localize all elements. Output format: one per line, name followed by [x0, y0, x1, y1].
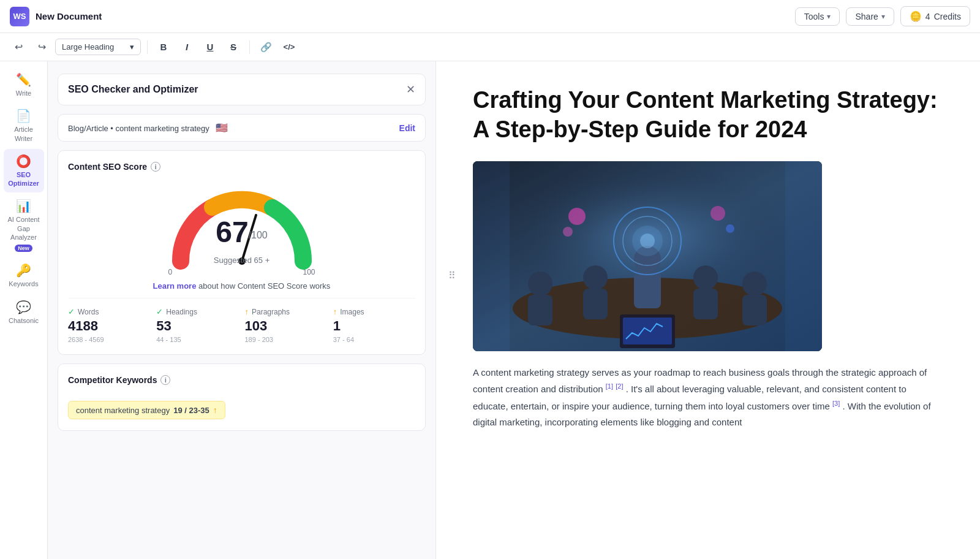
meta-edit-link[interactable]: Edit: [399, 123, 415, 133]
toolbar-divider: [147, 40, 148, 54]
sidebar-label-write: Write: [16, 89, 31, 97]
undo-button[interactable]: ↩: [9, 37, 28, 57]
seo-score-card: Content SEO Score i: [58, 150, 426, 355]
share-chevron-icon: ▾: [881, 12, 885, 21]
images-range: 37 - 64: [333, 336, 415, 343]
doc-image: [473, 161, 822, 351]
sidebar-item-ai-content[interactable]: 📊 AI Content Gap Analyzer New: [4, 194, 44, 257]
headings-range: 44 - 135: [156, 336, 238, 343]
sidebar-item-write[interactable]: ✏️ Write: [4, 67, 44, 102]
svg-point-7: [583, 265, 608, 290]
stat-paragraphs: ↑ Paragraphs 103 189 - 203: [245, 307, 327, 343]
chatsonic-icon: 💬: [16, 300, 31, 314]
stats-row: ✓ Words 4188 2638 - 4569 ✓ Headings 53 4…: [68, 298, 415, 343]
sidebar-item-keywords[interactable]: 🔑 Keywords: [4, 258, 44, 293]
topbar-right: Tools ▾ Share ▾ 🪙 4 Credits: [795, 6, 970, 26]
svg-rect-10: [693, 289, 718, 319]
app-title: New Document: [36, 11, 102, 21]
toolbar: ↩ ↪ Large Heading ▾ B I U S 🔗 </>: [0, 33, 980, 61]
gauge-outof: /100: [249, 230, 268, 240]
doc-image-placeholder: [473, 161, 822, 351]
panel-close-button[interactable]: ✕: [406, 83, 415, 96]
learn-more-link[interactable]: Learn more: [153, 281, 197, 291]
gauge-suggested: Suggested 65 +: [162, 254, 322, 265]
app-logo: WS: [10, 7, 29, 26]
topbar-left: WS New Document: [10, 7, 102, 26]
bold-button[interactable]: B: [154, 37, 173, 57]
headings-value: 53: [156, 318, 238, 334]
competitor-keywords-title: Competitor Keywords i: [68, 375, 415, 385]
words-range: 2638 - 4569: [68, 336, 150, 343]
article-writer-icon: 📄: [16, 108, 31, 123]
sidebar-label-chatsonic: Chatsonic: [9, 316, 39, 325]
meta-text: Blog/Article • content marketing strateg…: [68, 124, 209, 133]
doc-title: Crafting Your Content Marketing Strategy…: [473, 86, 943, 144]
panel-meta-bar: Blog/Article • content marketing strateg…: [58, 114, 426, 142]
svg-point-21: [710, 206, 725, 221]
underline-button[interactable]: U: [200, 37, 220, 57]
style-chevron-icon: ▾: [130, 42, 134, 51]
sidebar: ✏️ Write 📄 Article Writer ⭕ SEO Optimize…: [0, 61, 48, 559]
share-button[interactable]: Share ▾: [846, 7, 894, 26]
svg-rect-14: [634, 272, 661, 308]
keyword-chip: content marketing strategy 19 / 23-35 ↑: [68, 401, 225, 419]
style-select[interactable]: Large Heading ▾: [55, 39, 141, 55]
images-value: 1: [333, 318, 415, 334]
sidebar-item-seo-optimizer[interactable]: ⭕ SEO Optimizer: [4, 149, 44, 193]
link-button[interactable]: 🔗: [256, 37, 276, 57]
words-check-icon: ✓: [68, 307, 75, 316]
panel-header: SEO Checker and Optimizer ✕: [58, 74, 426, 105]
gauge-container: 67/100 Suggested 65 +: [162, 181, 322, 273]
svg-rect-25: [473, 161, 510, 351]
gauge-learn-more: Learn more about how Content SEO Score w…: [153, 281, 331, 291]
citation-1: [1]: [606, 382, 613, 390]
sidebar-label-keywords: Keywords: [9, 280, 38, 288]
tools-button[interactable]: Tools ▾: [795, 7, 840, 26]
topbar: WS New Document Tools ▾ Share ▾ 🪙 4 Cred…: [0, 0, 980, 33]
svg-point-18: [640, 234, 655, 248]
svg-point-11: [742, 272, 767, 296]
svg-point-9: [693, 265, 718, 290]
meta-info: Blog/Article • content marketing strateg…: [68, 122, 228, 134]
code-button[interactable]: </>: [279, 37, 299, 57]
svg-rect-6: [528, 295, 552, 325]
svg-rect-26: [785, 161, 822, 351]
competitor-keywords-card: Competitor Keywords i content marketing …: [58, 363, 426, 431]
strikethrough-button[interactable]: S: [224, 37, 243, 57]
svg-point-19: [568, 208, 586, 225]
gauge-score-display: 67/100: [162, 215, 322, 249]
gauge-wrapper: 67/100 Suggested 65 + 0 100 Learn more a…: [68, 181, 415, 291]
competitor-keywords-info-icon[interactable]: i: [160, 375, 170, 385]
sidebar-label-seo-optimizer: SEO Optimizer: [7, 170, 40, 188]
keyword-arrow-icon: ↑: [213, 405, 217, 415]
stat-images: ↑ Images 1 37 - 64: [333, 307, 415, 343]
editor-area[interactable]: ⠿ Crafting Your Content Marketing Strate…: [436, 61, 980, 559]
words-value: 4188: [68, 318, 150, 334]
stat-headings: ✓ Headings 53 44 - 135: [156, 307, 238, 343]
paragraphs-range: 189 - 203: [245, 336, 327, 343]
toolbar-divider2: [249, 40, 250, 54]
svg-rect-24: [623, 318, 672, 344]
tools-chevron-icon: ▾: [827, 12, 831, 21]
seo-optimizer-icon: ⭕: [16, 154, 31, 169]
new-badge: New: [15, 245, 32, 252]
coin-icon: 🪙: [910, 10, 922, 22]
redo-button[interactable]: ↪: [32, 37, 51, 57]
main-layout: ✏️ Write 📄 Article Writer ⭕ SEO Optimize…: [0, 61, 980, 559]
credits-button[interactable]: 🪙 4 Credits: [900, 6, 970, 26]
drag-handle-icon[interactable]: ⠿: [448, 270, 456, 281]
sidebar-item-chatsonic[interactable]: 💬 Chatsonic: [4, 295, 44, 330]
keywords-icon: 🔑: [16, 263, 31, 278]
paragraphs-up-icon: ↑: [245, 307, 249, 316]
doc-image-svg: [473, 161, 822, 351]
seo-score-info-icon[interactable]: i: [151, 162, 160, 172]
seo-score-title: Content SEO Score i: [68, 162, 415, 172]
svg-rect-8: [583, 289, 608, 319]
sidebar-item-article-writer[interactable]: 📄 Article Writer: [4, 104, 44, 148]
panel-title: SEO Checker and Optimizer: [68, 84, 198, 95]
sidebar-label-ai-content: AI Content Gap Analyzer: [7, 215, 40, 241]
italic-button[interactable]: I: [177, 37, 197, 57]
seo-panel: SEO Checker and Optimizer ✕ Blog/Article…: [48, 61, 436, 559]
citation-2: [2]: [616, 382, 623, 390]
paragraphs-value: 103: [245, 318, 327, 334]
